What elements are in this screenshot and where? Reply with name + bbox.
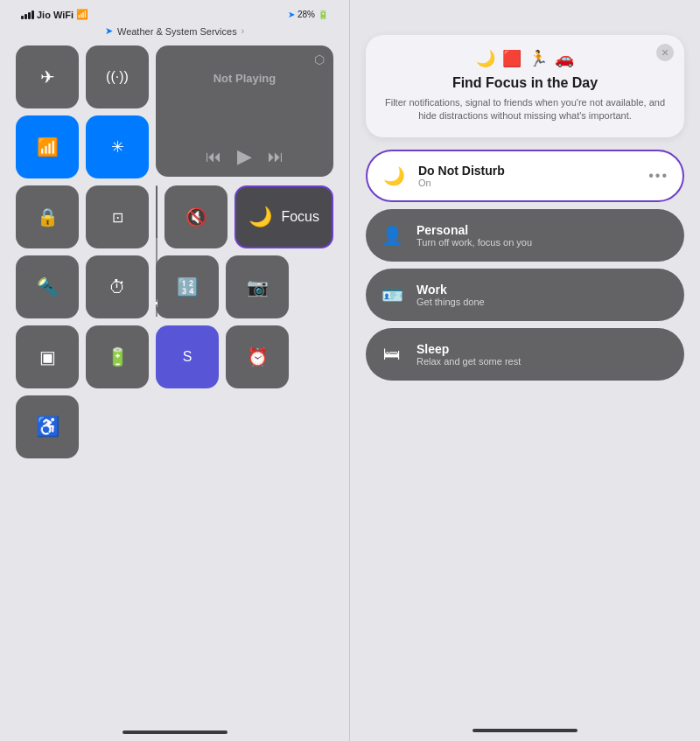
carrier-label: Jio WiFi <box>37 10 74 20</box>
red-square-emoji: 🟥 <box>502 49 522 68</box>
shazam-tile[interactable]: S <box>156 325 219 388</box>
media-controls: ⏮ ▶ ⏭ <box>168 145 321 168</box>
dnd-text: Do Not Disturb On <box>418 164 636 188</box>
fast-forward-icon[interactable]: ⏭ <box>268 148 284 166</box>
dnd-title: Do Not Disturb <box>418 164 636 178</box>
focus-moon-icon: 🌙 <box>248 206 272 228</box>
wifi-symbol: 📶 <box>37 136 59 157</box>
focus-option-dnd[interactable]: 🌙 Do Not Disturb On ••• <box>366 150 684 202</box>
focus-panel-card: × 🌙 🟥 🏃 🚗 Find Focus in the Day Filter n… <box>366 35 684 137</box>
right-home-indicator <box>472 729 578 732</box>
work-text: Work Get things done <box>416 283 670 307</box>
focus-option-work[interactable]: 🪪 Work Get things done <box>366 269 684 321</box>
mute-icon: 🔇 <box>186 206 207 227</box>
sleep-subtitle: Relax and get some rest <box>416 356 670 367</box>
flashlight-tile[interactable]: 🔦 <box>16 255 79 318</box>
row-3: 🔦 ⏱ 🔢 📷 <box>16 255 333 318</box>
mute-tile[interactable]: 🔇 <box>164 185 228 248</box>
play-icon[interactable]: ▶ <box>237 145 252 168</box>
screen-mirror-tile[interactable]: ⊡ <box>86 185 149 248</box>
cellular-icon: ((·)) <box>106 69 129 85</box>
car-emoji: 🚗 <box>555 49 574 68</box>
row-5: ♿ <box>16 395 333 458</box>
camera-tile[interactable]: 📷 <box>226 255 289 318</box>
home-indicator <box>122 731 228 734</box>
sleep-title: Sleep <box>416 342 670 356</box>
focus-label: Focus <box>281 209 319 225</box>
wifi-tile[interactable]: 📶 <box>16 115 79 178</box>
rewind-icon[interactable]: ⏮ <box>206 148 221 166</box>
personal-text: Personal Turn off work, focus on you <box>416 223 670 248</box>
clock-icon: ⏰ <box>247 346 269 367</box>
row-2: 🔒 ⊡ ☀ 🔇 🌙 Focus <box>16 185 333 248</box>
sleep-icon: 🛏 <box>380 344 404 364</box>
location-banner: ➤ Weather & System Services › <box>16 24 333 42</box>
battery-icon: 🔋 <box>318 10 328 19</box>
bluetooth-icon: ✳ <box>111 137 124 157</box>
media-tile[interactable]: ⬡ Not Playing ⏮ ▶ ⏭ <box>156 45 333 177</box>
dnd-subtitle: On <box>418 178 636 188</box>
shazam-icon: S <box>183 349 192 365</box>
qr-scanner-tile[interactable]: ▣ <box>16 325 79 388</box>
connectivity-block: ✈ ((·)) 📶 ✳ <box>16 45 149 178</box>
focus-option-sleep[interactable]: 🛏 Sleep Relax and get some rest <box>366 328 684 381</box>
work-icon: 🪪 <box>380 284 404 305</box>
top-connectivity: ✈ ((·)) <box>16 45 149 108</box>
status-bar: Jio WiFi 📶 ➤ 28% 🔋 <box>16 0 333 24</box>
accessibility-tile[interactable]: ♿ <box>16 395 79 458</box>
personal-title: Personal <box>416 223 670 237</box>
carrier-wifi: Jio WiFi 📶 <box>21 9 88 20</box>
clock-tile[interactable]: ⏰ <box>226 325 289 388</box>
focus-option-personal[interactable]: 👤 Personal Turn off work, focus on you <box>366 209 684 262</box>
control-center-grid: ✈ ((·)) 📶 ✳ ⬡ Not Pla <box>16 42 333 458</box>
bluetooth-tile[interactable]: ✳ <box>86 115 149 178</box>
signal-bars <box>21 10 34 19</box>
focus-options-list: 🌙 Do Not Disturb On ••• 👤 Personal Turn … <box>366 150 684 381</box>
cellular-tile[interactable]: ((·)) <box>86 45 149 108</box>
location-service-label: Weather & System Services <box>117 26 237 37</box>
bottom-connectivity: 📶 ✳ <box>16 115 149 178</box>
timer-tile[interactable]: ⏱ <box>86 255 149 318</box>
personal-icon: 👤 <box>380 225 404 246</box>
sleep-text: Sleep Relax and get some rest <box>416 342 670 367</box>
dnd-more-icon[interactable]: ••• <box>648 168 668 184</box>
timer-icon: ⏱ <box>108 277 126 297</box>
location-icon: ➤ <box>105 25 113 37</box>
airplane-icon: ✈ <box>40 66 55 87</box>
location-arrow: ➤ <box>288 10 295 19</box>
close-button[interactable]: × <box>656 44 674 61</box>
panel-title: Find Focus in the Day <box>380 75 670 91</box>
right-phone: × 🌙 🟥 🏃 🚗 Find Focus in the Day Filter n… <box>350 0 700 741</box>
brightness-icon: ☀ <box>156 297 158 310</box>
brightness-slider[interactable]: ☀ <box>156 185 158 317</box>
row-1: ✈ ((·)) 📶 ✳ ⬡ Not Pla <box>16 45 333 178</box>
chevron-right-icon: › <box>242 26 244 36</box>
personal-subtitle: Turn off work, focus on you <box>416 237 670 248</box>
rotation-lock-tile[interactable]: 🔒 <box>16 185 79 248</box>
row-4: ▣ 🔋 S ⏰ <box>16 325 333 388</box>
focus-tile[interactable]: 🌙 Focus <box>234 185 333 248</box>
flashlight-icon: 🔦 <box>37 276 59 297</box>
focus-mode-icons: 🌙 🟥 🏃 🚗 <box>380 49 670 68</box>
calculator-tile[interactable]: 🔢 <box>156 255 219 318</box>
battery-tile[interactable]: 🔋 <box>86 325 149 388</box>
airplay-icon: ⬡ <box>314 52 325 66</box>
location-time: ➤ 28% 🔋 <box>288 10 328 19</box>
calculator-icon: 🔢 <box>177 276 199 297</box>
accessibility-icon: ♿ <box>36 416 60 438</box>
airplane-mode-tile[interactable]: ✈ <box>16 45 79 108</box>
camera-icon: 📷 <box>247 276 269 297</box>
runner-emoji: 🏃 <box>528 49 548 68</box>
dnd-icon: 🌙 <box>382 165 406 186</box>
panel-description: Filter notifications, signal to friends … <box>380 96 670 123</box>
work-subtitle: Get things done <box>416 297 670 307</box>
rotation-icon: 🔒 <box>37 206 59 227</box>
left-phone: Jio WiFi 📶 ➤ 28% 🔋 ➤ Weather & System Se… <box>0 0 350 741</box>
work-title: Work <box>416 283 670 297</box>
mirror-icon: ⊡ <box>112 209 123 226</box>
qr-icon: ▣ <box>39 346 56 367</box>
moon-emoji: 🌙 <box>476 49 495 68</box>
battery-percent: 28% <box>298 10 315 19</box>
wifi-icon: 📶 <box>76 9 88 20</box>
battery-widget-icon: 🔋 <box>107 346 129 367</box>
